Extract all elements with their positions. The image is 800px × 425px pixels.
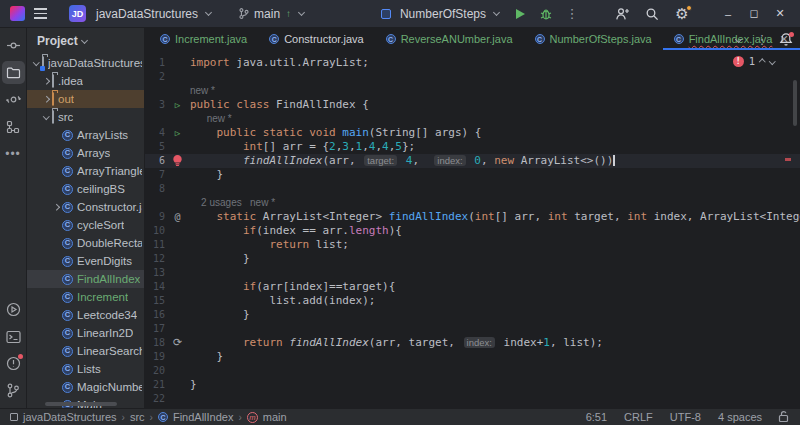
more-tool-windows-button[interactable]: ••• (2, 142, 25, 165)
breadcrumb-item-FindAllIndex[interactable]: FindAllIndex (173, 411, 234, 423)
tree-item-.idea[interactable]: .idea (27, 72, 144, 90)
tree-chevron-icon[interactable] (31, 62, 42, 65)
stripe-toggle-button[interactable] (2, 34, 25, 57)
inspections-widget[interactable]: ! 1 (733, 55, 774, 67)
tab-ReverseANUmber.java[interactable]: CReverseANUmber.java (375, 28, 524, 50)
annotation-gutter-icon[interactable]: @ (167, 210, 188, 224)
editor-scrollbar[interactable] (793, 80, 797, 126)
more-actions-button[interactable]: ⋮ (560, 3, 584, 25)
tab-Increment.java[interactable]: CIncrement.java (149, 28, 258, 50)
tree-chevron-icon[interactable] (41, 97, 52, 102)
status-item-4-spaces[interactable]: 4 spaces (718, 411, 762, 423)
code-editor[interactable]: 1import java.util.ArrayList;2new *3▷publ… (145, 50, 800, 408)
project-panel-header[interactable]: Project (27, 28, 144, 54)
code-line-8[interactable]: 8 (145, 182, 800, 196)
debug-button[interactable] (534, 3, 558, 25)
tree-item-src[interactable]: src (27, 108, 144, 126)
tree-item-out[interactable]: out (27, 90, 144, 108)
problems-tool-button[interactable] (2, 352, 25, 375)
run-tool-button[interactable] (2, 298, 25, 321)
next-error-icon[interactable] (769, 58, 775, 64)
main-menu-icon[interactable] (31, 4, 53, 24)
tree-item-Lists[interactable]: CLists (27, 360, 144, 378)
search-everywhere-button[interactable] (640, 3, 664, 25)
tab-NumberOfSteps.java[interactable]: CNumberOfSteps.java (524, 28, 663, 50)
project-widget[interactable]: JD javaDataStructures (63, 2, 218, 25)
commit-tool-button[interactable] (2, 88, 25, 111)
tree-item-Constructor.java[interactable]: CConstructor.java (27, 198, 144, 216)
code-line-14[interactable]: 14 if(arr[index]==target){ (145, 280, 800, 294)
code-line-3[interactable]: 3▷public class FindAllIndex { (145, 98, 800, 112)
code-line-11[interactable]: 11 return list; (145, 238, 800, 252)
tree-chevron-icon[interactable] (41, 116, 52, 119)
tree-item-Arrays[interactable]: CArrays (27, 144, 144, 162)
code-line-10[interactable]: 10 if(index == arr.length){ (145, 224, 800, 238)
breadcrumb-item-javaDataStructures[interactable]: javaDataStructures (23, 411, 117, 423)
tab-list-button[interactable] (728, 30, 748, 48)
breadcrumb-item-src[interactable]: src (130, 411, 145, 423)
lock-widget[interactable] (778, 410, 790, 425)
project-tool-button[interactable] (2, 61, 25, 84)
tree-item-ArrayTriangle[interactable]: CArrayTriangle (27, 162, 144, 180)
code-line-2[interactable]: 2 (145, 70, 800, 84)
maximize-button[interactable]: ◻ (742, 3, 766, 25)
tree-item-Leetcode34[interactable]: CLeetcode34 (27, 306, 144, 324)
tree-item-EvenDigits[interactable]: CEvenDigits (27, 252, 144, 270)
tree-item-ArrayLists[interactable]: CArrayLists (27, 126, 144, 144)
vcs-branch-widget[interactable]: main ↑ (232, 4, 311, 24)
breadcrumb-item-main[interactable]: main (263, 411, 287, 423)
status-item-6:51[interactable]: 6:51 (586, 411, 607, 423)
recursive-call-icon[interactable]: ⟳ (167, 336, 188, 350)
status-item-utf-8[interactable]: UTF-8 (670, 411, 701, 423)
prev-error-icon[interactable] (759, 59, 765, 65)
tree-item-LinearSearch[interactable]: CLinearSearch (27, 342, 144, 360)
terminal-tool-button[interactable] (2, 325, 25, 348)
code-line-inlay[interactable]: 2 usages new * (145, 196, 800, 210)
tree-item-LinearIn2D[interactable]: CLinearIn2D (27, 324, 144, 342)
run-gutter-icon[interactable]: ▷ (167, 126, 188, 140)
code-line-17[interactable]: 17 (145, 322, 800, 336)
code-line-9[interactable]: 9@ static ArrayList<Integer> findAllInde… (145, 210, 800, 224)
tree-item-javaDataStructures[interactable]: javaDataStructures (27, 54, 144, 72)
tree-item-Increment[interactable]: CIncrement (27, 288, 144, 306)
code-line-4[interactable]: 4▷ public static void main(String[] args… (145, 126, 800, 140)
error-bulb-icon[interactable] (167, 154, 188, 168)
tab-options-button[interactable]: ⋮ (752, 30, 772, 48)
error-stripe-mark[interactable] (785, 158, 791, 161)
code-line-1[interactable]: 1import java.util.ArrayList; (145, 56, 800, 70)
code-line-6[interactable]: 6 findAllIndex(arr, target: 4, index: 0,… (145, 154, 800, 168)
tree-item-FindAllIndex[interactable]: CFindAllIndex (27, 270, 144, 288)
tree-item-ceilingBS[interactable]: CceilingBS (27, 180, 144, 198)
code-line-5[interactable]: 5 int[] arr = {2,3,1,4,4,5}; (145, 140, 800, 154)
structure-tool-button[interactable] (2, 115, 25, 138)
run-button[interactable] (508, 3, 532, 25)
code-line-20[interactable]: 20 (145, 364, 800, 378)
tab-Constructor.java[interactable]: CConstructor.java (258, 28, 374, 50)
code-line-22[interactable]: 22 (145, 392, 800, 406)
code-line-19[interactable]: 19 } (145, 350, 800, 364)
tree-item-DoubleRectan[interactable]: CDoubleRectan (27, 234, 144, 252)
tree-horizontal-scrollbar[interactable] (45, 402, 117, 406)
code-line-7[interactable]: 7 } (145, 168, 800, 182)
code-with-me-button[interactable] (610, 3, 634, 25)
tree-chevron-icon[interactable] (41, 79, 52, 84)
code-line-18[interactable]: 18⟳ return findAllIndex(arr, target, ind… (145, 336, 800, 350)
settings-button[interactable]: ⚙ (670, 3, 694, 25)
code-line-12[interactable]: 12 } (145, 252, 800, 266)
status-item-crlf[interactable]: CRLF (624, 411, 653, 423)
git-tool-button[interactable] (2, 379, 25, 402)
code-line-15[interactable]: 15 list.add(index); (145, 294, 800, 308)
run-gutter-icon[interactable]: ▷ (167, 98, 188, 112)
run-configuration-select[interactable]: NumberOfSteps (375, 4, 506, 24)
tree-item-cycleSort[interactable]: CcycleSort (27, 216, 144, 234)
close-button[interactable]: ✕ (768, 3, 792, 25)
minimize-button[interactable]: – (716, 3, 740, 25)
tree-chevron-icon[interactable] (51, 205, 62, 210)
code-line-13[interactable]: 13 (145, 266, 800, 280)
code-line-inlay[interactable]: new * (145, 84, 800, 98)
code-line-21[interactable]: 21} (145, 378, 800, 392)
code-line-inlay[interactable]: new * (145, 112, 800, 126)
tree-item-MagicNumber[interactable]: CMagicNumber (27, 378, 144, 396)
code-line-16[interactable]: 16 } (145, 308, 800, 322)
notifications-button[interactable] (776, 30, 796, 48)
